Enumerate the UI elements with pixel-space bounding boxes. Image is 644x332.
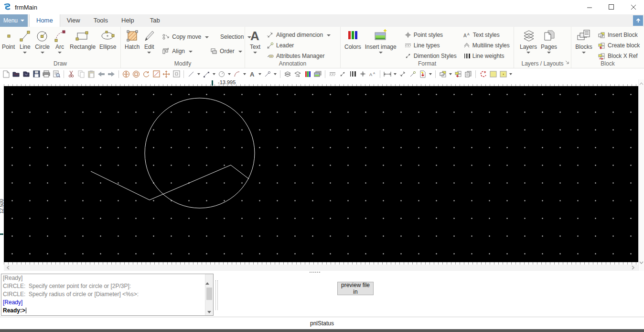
- hatch-button[interactable]: Hatch: [123, 28, 141, 50]
- leader-tool-icon[interactable]: [263, 70, 272, 78]
- circle-tool-icon[interactable]: [217, 70, 226, 78]
- dimention-styles-button[interactable]: Dimention Styles: [402, 51, 459, 61]
- move-icon[interactable]: [162, 70, 171, 78]
- block-x-ref-button[interactable]: Block X Ref: [595, 51, 642, 61]
- rectangle-button[interactable]: Rectangle: [68, 28, 97, 50]
- edit-button[interactable]: Edit: [141, 28, 157, 54]
- align-button[interactable]: Align: [160, 46, 195, 56]
- tab-help[interactable]: Help: [115, 14, 141, 27]
- dimension-icon[interactable]: [383, 70, 392, 78]
- dialog-launcher-icon[interactable]: [565, 58, 569, 66]
- import-file-icon[interactable]: [22, 70, 31, 78]
- colors-icon[interactable]: [303, 70, 312, 78]
- forward-icon[interactable]: [107, 70, 116, 78]
- text-button[interactable]: A Text: [247, 28, 263, 54]
- zoom-extents-icon[interactable]: [152, 70, 161, 78]
- rotate-icon[interactable]: [142, 70, 150, 78]
- scroll-down-icon[interactable]: [207, 311, 211, 313]
- point-styles-icon[interactable]: [358, 70, 367, 78]
- insert-block-icon[interactable]: [439, 70, 447, 78]
- vertical-scrollbar[interactable]: [638, 79, 644, 271]
- layer-move-icon[interactable]: [293, 70, 302, 78]
- region-point-icon[interactable]: [499, 70, 507, 78]
- create-block-icon[interactable]: [454, 70, 462, 78]
- copy-icon[interactable]: [77, 70, 86, 78]
- aligned-dimencion-button[interactable]: Aligned dimencion: [264, 30, 333, 40]
- dimension-styles-icon[interactable]: [338, 70, 347, 78]
- tab-tools[interactable]: Tools: [87, 14, 115, 27]
- attributes-manager-button[interactable]: Attributes Manager: [264, 51, 333, 61]
- scroll-up-icon[interactable]: [205, 274, 209, 285]
- scroll-thumb[interactable]: [206, 288, 212, 300]
- region-icon[interactable]: [489, 70, 497, 78]
- scroll-up-icon[interactable]: [638, 80, 644, 87]
- pages-button[interactable]: Pages: [539, 28, 559, 54]
- scroll-right-icon[interactable]: [630, 265, 636, 271]
- console-scrollbar[interactable]: [205, 274, 213, 315]
- tab-tab[interactable]: Tab: [143, 14, 167, 27]
- point-button[interactable]: Point: [0, 28, 17, 50]
- leader-icon[interactable]: [408, 70, 417, 78]
- open-file-icon[interactable]: [12, 70, 21, 78]
- drawing-canvas[interactable]: [4, 86, 638, 262]
- line-tool-icon[interactable]: [187, 70, 195, 78]
- back-icon[interactable]: [97, 70, 106, 78]
- tab-home[interactable]: Home: [29, 14, 60, 27]
- blocks-button[interactable]: Blocks: [573, 28, 594, 54]
- select-box-icon[interactable]: [172, 70, 181, 78]
- collapse-ribbon-button[interactable]: [633, 15, 643, 26]
- chevron-down-icon[interactable]: [258, 73, 261, 75]
- maximize-button[interactable]: [603, 0, 620, 14]
- minimize-button[interactable]: [581, 0, 598, 14]
- arc-tool-icon[interactable]: [233, 70, 241, 78]
- polyline-arc-icon[interactable]: [479, 70, 487, 78]
- order-button[interactable]: Order: [207, 46, 245, 56]
- point-styles-button[interactable]: Point styles: [402, 30, 459, 40]
- horizontal-scrollbar[interactable]: [4, 265, 638, 271]
- arc-button[interactable]: Arc: [52, 28, 68, 54]
- layers-button[interactable]: Layers: [518, 28, 539, 54]
- create-block-button[interactable]: Create block: [595, 40, 642, 51]
- print-icon[interactable]: [42, 70, 51, 78]
- circle-button[interactable]: Circle: [33, 28, 52, 54]
- new-file-icon[interactable]: [2, 70, 11, 78]
- text-styles-button[interactable]: AA Text styles: [461, 30, 512, 40]
- command-prompt[interactable]: Ready:>: [1, 307, 213, 315]
- chevron-down-icon[interactable]: [274, 73, 277, 75]
- layers-icon[interactable]: [283, 70, 292, 78]
- cut-icon[interactable]: [67, 70, 75, 78]
- multiline-styles-button[interactable]: Multiline styles: [461, 40, 512, 51]
- chevron-down-icon[interactable]: [197, 73, 200, 75]
- scroll-left-icon[interactable]: [5, 265, 11, 271]
- menu-button[interactable]: Menu: [0, 14, 28, 27]
- images-icon[interactable]: [313, 70, 322, 78]
- chevron-down-icon[interactable]: [213, 73, 215, 75]
- line-types-button[interactable]: Line types: [402, 40, 459, 51]
- preview-file-button[interactable]: preview file in: [337, 282, 374, 295]
- ellipse-button[interactable]: Ellipse: [97, 28, 118, 50]
- pan-icon[interactable]: [122, 70, 130, 78]
- line-types-icon[interactable]: [328, 70, 337, 78]
- console-resize-handle[interactable]: [215, 280, 218, 310]
- chevron-down-icon[interactable]: [394, 73, 397, 75]
- tab-view[interactable]: View: [60, 14, 87, 27]
- chevron-down-icon[interactable]: [243, 73, 246, 75]
- colors-button[interactable]: Colors: [343, 28, 363, 50]
- chevron-down-icon[interactable]: [509, 73, 512, 75]
- line-weights-icon[interactable]: [348, 70, 357, 78]
- blocks-copy-icon[interactable]: [464, 70, 472, 78]
- text-styles-icon[interactable]: AA: [368, 70, 377, 78]
- text-tool-icon[interactable]: A: [248, 70, 257, 78]
- print-preview-icon[interactable]: [52, 70, 61, 78]
- leader-button[interactable]: Leader: [264, 40, 333, 51]
- paste-icon[interactable]: [87, 70, 96, 78]
- chevron-down-icon[interactable]: [429, 73, 432, 75]
- polyline-tool-icon[interactable]: [202, 70, 211, 78]
- aligned-dimension-icon[interactable]: [398, 70, 407, 78]
- attach-file-icon[interactable]: [419, 70, 427, 78]
- scroll-down-icon[interactable]: [638, 259, 644, 266]
- copy-move-button[interactable]: Copy move: [160, 32, 211, 42]
- insert-block-button[interactable]: Insert Block: [595, 30, 642, 40]
- insert-image-button[interactable]: Insert image: [363, 28, 398, 54]
- save-icon[interactable]: [32, 70, 41, 78]
